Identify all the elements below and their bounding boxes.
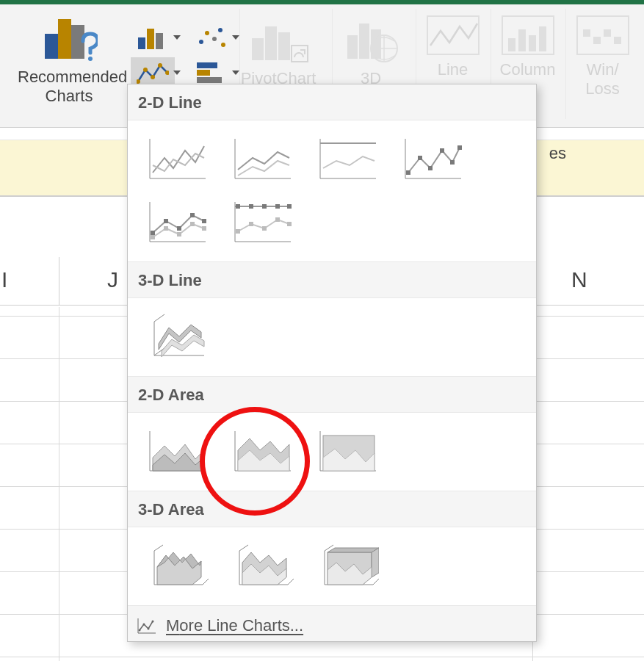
recommended-charts-button[interactable]: Recommended Charts	[18, 9, 120, 119]
chart-thumb-3d-stacked-area[interactable]	[225, 538, 298, 595]
svg-point-9	[212, 37, 217, 41]
svg-rect-65	[202, 226, 206, 231]
sparkline-winloss-label-2: Loss	[566, 79, 639, 98]
3d-stacked-area-icon	[229, 541, 294, 592]
sparkline-column-label: Column	[491, 60, 564, 79]
section-header-3d-line: 3-D Line	[128, 262, 536, 297]
stacked-line-markers-icon	[144, 199, 209, 246]
svg-rect-51	[440, 148, 444, 153]
chart-thumb-3d-area[interactable]	[140, 538, 213, 595]
sparkline-column-icon	[499, 13, 557, 57]
bar-chart-icon	[195, 59, 228, 86]
bar-chart-question-icon	[40, 9, 98, 62]
recommended-charts-label-1: Recommended	[18, 68, 120, 87]
sparklines-label-suffix: es	[549, 144, 566, 163]
svg-rect-62	[164, 226, 168, 231]
svg-rect-69	[236, 204, 240, 209]
svg-rect-20	[252, 38, 264, 60]
svg-point-11	[221, 43, 225, 47]
100-stacked-line-markers-icon	[229, 199, 294, 246]
chart-thumb-100-stacked-area[interactable]	[310, 423, 383, 480]
svg-rect-60	[202, 219, 206, 223]
svg-rect-61	[151, 235, 155, 239]
svg-rect-5	[147, 29, 154, 49]
svg-rect-19	[197, 77, 222, 83]
section-header-3d-area: 3-D Area	[128, 491, 536, 527]
line-markers-icon	[399, 136, 464, 183]
svg-rect-59	[190, 213, 195, 217]
svg-rect-74	[236, 229, 240, 234]
column-header-J[interactable]: J	[107, 267, 118, 292]
sparkline-line-icon	[424, 13, 482, 57]
svg-point-3	[88, 57, 93, 61]
line-chart-small-icon	[137, 617, 157, 635]
svg-rect-21	[265, 26, 277, 60]
line-chart-icon	[144, 136, 209, 183]
svg-rect-48	[406, 170, 410, 175]
chart-thumb-stacked-line-markers[interactable]	[140, 194, 213, 251]
svg-rect-64	[190, 222, 195, 226]
svg-point-7	[199, 40, 203, 44]
svg-rect-4	[138, 37, 145, 49]
chart-thumb-100-stacked-line[interactable]	[310, 131, 383, 188]
3d-100-stacked-area-icon	[314, 541, 379, 592]
chart-thumb-3d-100-stacked-area[interactable]	[310, 538, 383, 595]
section-body-2d-area	[128, 412, 536, 491]
pivotchart-icon	[247, 13, 309, 66]
line-chart-dropdown: 2-D Line	[127, 84, 537, 642]
recommended-charts-label-2: Charts	[18, 87, 120, 106]
chart-thumb-line-markers[interactable]	[395, 131, 468, 188]
svg-point-14	[151, 75, 155, 79]
column-separator	[59, 257, 59, 306]
svg-point-104	[143, 624, 145, 626]
svg-rect-77	[275, 217, 280, 222]
chart-thumb-100-stacked-line-markers[interactable]	[225, 194, 298, 251]
stacked-line-icon	[229, 136, 294, 183]
svg-rect-58	[177, 226, 181, 231]
chart-thumb-stacked-line[interactable]	[225, 131, 298, 188]
grid-line	[59, 307, 59, 661]
section-header-2d-area: 2-D Area	[128, 377, 536, 412]
chevron-down-icon	[232, 71, 239, 75]
svg-rect-37	[604, 29, 611, 37]
area-chart-icon	[144, 428, 209, 475]
svg-point-105	[148, 628, 150, 630]
svg-rect-0	[45, 34, 58, 59]
sparkline-line-label: Line	[416, 60, 489, 79]
svg-point-103	[139, 629, 141, 632]
svg-rect-52	[450, 160, 455, 165]
svg-rect-1	[58, 19, 71, 59]
svg-rect-76	[262, 226, 267, 231]
svg-rect-24	[347, 35, 358, 59]
3d-area-icon	[144, 541, 209, 592]
chart-thumb-stacked-area[interactable]	[225, 423, 298, 480]
sparkline-winloss-label-1: Win/	[566, 60, 639, 79]
100-stacked-area-chart-icon	[314, 428, 379, 475]
svg-rect-49	[418, 156, 422, 160]
svg-point-13	[143, 68, 148, 72]
svg-rect-78	[287, 222, 292, 226]
insert-column-chart-button[interactable]	[131, 22, 175, 53]
chart-thumb-3d-line[interactable]	[140, 308, 213, 366]
section-body-3d-line	[128, 297, 536, 377]
svg-point-10	[218, 28, 222, 32]
chart-thumb-line[interactable]	[140, 131, 213, 188]
svg-rect-63	[177, 232, 181, 236]
column-header-I[interactable]: I	[1, 267, 7, 292]
more-line-charts-item[interactable]: More Line Charts...	[128, 606, 536, 646]
svg-rect-30	[508, 38, 515, 51]
svg-rect-71	[262, 204, 267, 209]
svg-rect-36	[593, 37, 601, 44]
100-stacked-line-icon	[314, 136, 379, 183]
svg-rect-75	[249, 222, 253, 226]
svg-rect-38	[614, 37, 621, 44]
chart-thumb-area[interactable]	[140, 423, 213, 480]
insert-scatter-chart-button[interactable]	[189, 22, 234, 53]
sparkline-winloss-button[interactable]: Win/ Loss	[565, 9, 639, 119]
svg-rect-70	[249, 204, 253, 209]
scatter-chart-icon	[195, 24, 228, 51]
svg-point-8	[205, 31, 209, 35]
column-header-N[interactable]: N	[571, 267, 587, 292]
svg-rect-72	[275, 204, 280, 209]
line-chart-icon	[137, 59, 169, 86]
